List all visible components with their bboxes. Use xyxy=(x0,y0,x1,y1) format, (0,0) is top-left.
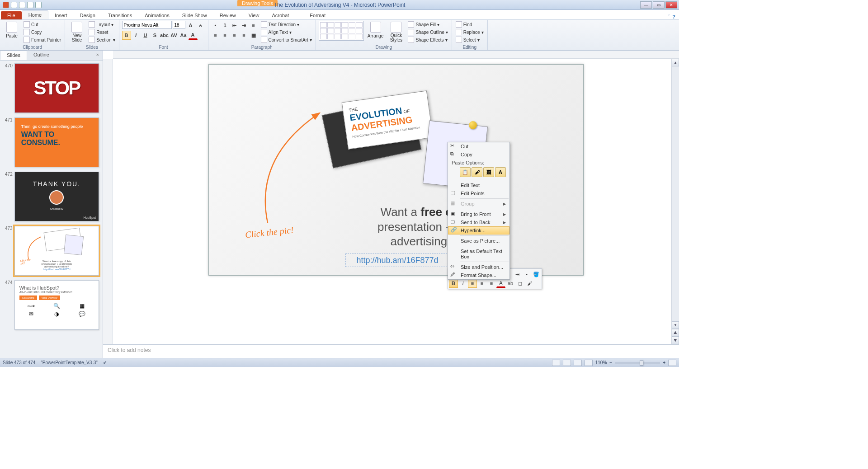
shapes-gallery[interactable] xyxy=(319,21,364,41)
justify-button[interactable]: ≡ xyxy=(240,31,249,40)
mini-bold[interactable]: B xyxy=(449,279,458,288)
mini-italic[interactable]: I xyxy=(458,279,467,288)
cut-button[interactable]: Cut xyxy=(23,21,62,28)
ctx-save-picture[interactable]: Save as Picture... xyxy=(448,237,509,245)
next-slide-button[interactable]: ⯆ xyxy=(672,337,679,344)
font-color-button[interactable]: A xyxy=(189,31,198,40)
notes-pane[interactable]: Click to add notes xyxy=(103,344,679,358)
ctx-default-textbox[interactable]: Set as Default Text Box xyxy=(448,247,509,261)
tab-view[interactable]: View xyxy=(242,11,266,19)
tab-design[interactable]: Design xyxy=(74,11,102,19)
mini-indent-inc[interactable]: ⇥ xyxy=(513,270,522,279)
format-painter-button[interactable]: Format Painter xyxy=(23,36,62,43)
shape-outline-button[interactable]: Shape Outline ▾ xyxy=(407,28,448,36)
mini-highlight[interactable]: ab xyxy=(506,279,515,288)
spacing-button[interactable]: AV xyxy=(170,31,179,40)
slide-canvas[interactable]: THE EVOLUTION OF ADVERTISING How Consume… xyxy=(113,59,679,344)
tab-home[interactable]: Home xyxy=(22,10,48,19)
tab-outline[interactable]: Outline xyxy=(27,51,56,60)
save-icon[interactable] xyxy=(11,2,17,8)
section-button[interactable]: Section ▾ xyxy=(88,36,116,43)
tab-review[interactable]: Review xyxy=(213,11,242,19)
zoom-out-button[interactable]: − xyxy=(609,360,612,365)
vertical-ruler[interactable] xyxy=(103,59,113,344)
ctx-hyperlink[interactable]: 🔗Hyperlink... xyxy=(448,226,509,234)
prev-slide-button[interactable]: ⯅ xyxy=(672,329,679,337)
shrink-font-button[interactable]: A xyxy=(196,21,205,30)
slide-counter[interactable]: Slide 473 of 474 xyxy=(3,360,35,365)
sorter-view-button[interactable] xyxy=(563,360,571,366)
tab-format[interactable]: Format xyxy=(303,11,332,19)
app-icon[interactable] xyxy=(3,2,9,8)
mini-font-color[interactable]: A xyxy=(496,279,505,288)
mini-format-painter[interactable]: 🖌 xyxy=(525,279,534,288)
close-button[interactable]: ✕ xyxy=(665,1,677,9)
qat-more-icon[interactable] xyxy=(35,2,42,8)
slide-thumbnails[interactable]: 470 STOP 471 Then, go create something p… xyxy=(0,61,103,358)
mini-align-left[interactable]: ≡ xyxy=(468,279,477,288)
mini-fill[interactable]: 🪣 xyxy=(532,270,541,279)
slide-thumb-472[interactable]: THANK YOU. Created by HubSpot xyxy=(14,172,99,221)
columns-button[interactable]: ▦ xyxy=(249,31,258,40)
slide-thumb-473[interactable]: Click thepic! Want a free copy of thispr… xyxy=(14,226,99,276)
copy-button[interactable]: Copy xyxy=(23,28,62,36)
selected-text-box[interactable]: http://hub.am/16F877d xyxy=(345,253,449,267)
mini-align-center[interactable]: ≡ xyxy=(477,279,486,288)
tab-slides[interactable]: Slides xyxy=(0,51,27,60)
tab-file[interactable]: File xyxy=(1,11,22,19)
font-size-select[interactable] xyxy=(173,21,185,29)
undo-icon[interactable] xyxy=(19,2,25,8)
hyperlink-text[interactable]: http://hub.am/16F877d xyxy=(356,256,438,265)
spell-check-icon[interactable]: ✔ xyxy=(103,360,107,365)
align-center-button[interactable]: ≡ xyxy=(221,31,230,40)
replace-button[interactable]: Replace ▾ xyxy=(455,28,485,36)
maximize-button[interactable]: ▭ xyxy=(653,1,665,9)
convert-smartart-button[interactable]: Convert to SmartArt ▾ xyxy=(260,36,313,43)
shape-effects-button[interactable]: Shape Effects ▾ xyxy=(407,36,448,43)
align-left-button[interactable]: ≡ xyxy=(211,31,220,40)
select-button[interactable]: Select ▾ xyxy=(455,36,485,43)
paste-text-only[interactable]: A xyxy=(495,167,506,177)
align-text-button[interactable]: Align Text ▾ xyxy=(260,28,313,36)
strike-button[interactable]: S xyxy=(151,31,160,40)
slide[interactable]: THE EVOLUTION OF ADVERTISING How Consume… xyxy=(208,64,584,276)
horizontal-ruler[interactable] xyxy=(113,51,679,59)
mini-outline[interactable]: ◻ xyxy=(515,279,524,288)
paste-button[interactable]: Paste xyxy=(3,21,21,39)
tab-insert[interactable]: Insert xyxy=(48,11,74,19)
paste-picture[interactable]: 🖼 xyxy=(483,167,494,177)
template-name[interactable]: "PowerPointTemplate_V3-3" xyxy=(41,360,98,365)
grow-font-button[interactable]: A xyxy=(186,21,195,30)
find-button[interactable]: Find xyxy=(455,21,485,28)
normal-view-button[interactable] xyxy=(552,360,560,366)
ctx-format-shape[interactable]: 🖉Format Shape... xyxy=(448,271,509,279)
ctx-send-back[interactable]: ▢Send to Back▶ xyxy=(448,218,509,226)
reading-view-button[interactable] xyxy=(574,360,582,366)
slide-thumb-471[interactable]: Then, go create something people WANT TO… xyxy=(14,117,99,167)
indent-dec-button[interactable]: ⇤ xyxy=(230,21,239,30)
ctx-copy[interactable]: ⧉Copy xyxy=(448,150,509,159)
tab-transitions[interactable]: Transitions xyxy=(102,11,138,19)
paste-keep-source[interactable]: 🖌 xyxy=(472,167,482,177)
reset-button[interactable]: Reset xyxy=(88,28,116,36)
tab-animations[interactable]: Animations xyxy=(138,11,175,19)
indent-inc-button[interactable]: ⇥ xyxy=(240,21,249,30)
slideshow-view-button[interactable] xyxy=(585,360,593,366)
slide-thumb-470[interactable]: STOP xyxy=(14,63,99,113)
fit-window-button[interactable] xyxy=(668,360,676,366)
zoom-in-button[interactable]: + xyxy=(663,360,665,365)
font-name-select[interactable] xyxy=(122,21,172,29)
close-panel-icon[interactable]: × xyxy=(93,51,103,60)
ctx-size-position[interactable]: ⬄Size and Position... xyxy=(448,263,509,271)
slide-thumb-474[interactable]: What is HubSpot? All-in-one inbound mark… xyxy=(14,280,99,330)
tab-slideshow[interactable]: Slide Show xyxy=(176,11,213,19)
text-direction-button[interactable]: Text Direction ▾ xyxy=(260,21,313,28)
tab-acrobat[interactable]: Acrobat xyxy=(265,11,295,19)
arrange-button[interactable]: Arrange xyxy=(366,21,386,39)
help-icon[interactable]: ? xyxy=(672,14,675,19)
main-text[interactable]: Want a free copy of this presentation + … xyxy=(317,205,571,249)
paste-dest-theme[interactable]: 📋 xyxy=(460,167,471,177)
shape-fill-button[interactable]: Shape Fill ▾ xyxy=(407,21,448,28)
scroll-up-button[interactable]: ▲ xyxy=(672,59,679,66)
quick-styles-button[interactable]: Quick Styles xyxy=(387,21,405,43)
